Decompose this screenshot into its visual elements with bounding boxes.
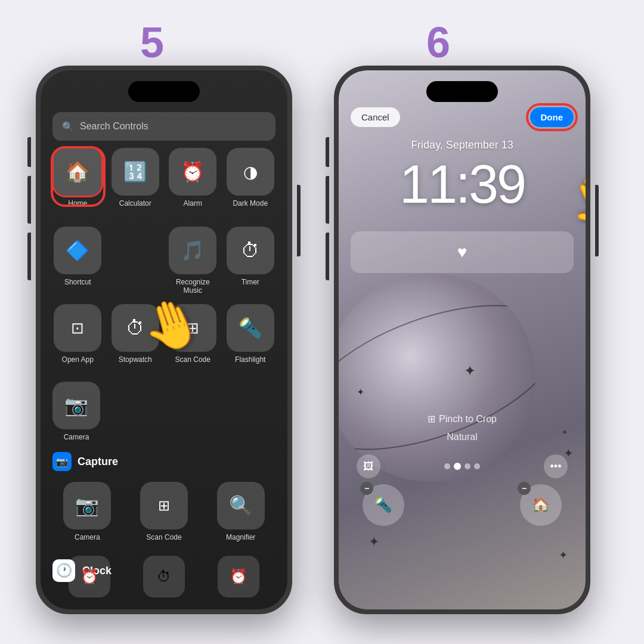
bottom-icon-3[interactable]: ⏰ bbox=[218, 556, 259, 597]
filter-bar-photo-icon[interactable]: 🖼 bbox=[357, 454, 380, 478]
capture-scan-icon[interactable]: ⊞ bbox=[140, 482, 188, 530]
search-controls-text: Search Controls bbox=[80, 121, 148, 132]
flashlight-label: Flashlight bbox=[235, 355, 265, 364]
calculator-icon-box[interactable]: 🔢 bbox=[112, 148, 159, 196]
mute-button[interactable] bbox=[27, 137, 31, 167]
minus-badge-right: − bbox=[518, 482, 531, 495]
lock-date: Friday, September 13 bbox=[339, 139, 586, 151]
control-shortcut[interactable]: 🔷 Shortcut bbox=[52, 227, 103, 295]
power-button[interactable] bbox=[297, 185, 301, 256]
controls-grid-row1: 🏠 Home 🔢 Calculator ⏰ Alarm ◑ Dark Mode bbox=[52, 148, 275, 208]
lock-bottom-controls: − 🔦 − 🏠 bbox=[339, 484, 586, 526]
dynamic-island-left bbox=[128, 81, 200, 102]
shortcut-label: Shortcut bbox=[64, 278, 91, 286]
flashlight-lock-btn[interactable]: − 🔦 bbox=[363, 484, 404, 526]
control-alarm[interactable]: ⏰ Alarm bbox=[168, 148, 218, 208]
phone-left: 🔍 Search Controls 🏠 Home 🔢 Calculator ⏰ … bbox=[36, 66, 292, 614]
heart-icon: ♥ bbox=[457, 243, 467, 262]
capture-scan-code[interactable]: ⊞ Scan Code bbox=[129, 482, 199, 541]
bottom-icon-2[interactable]: ⏱ bbox=[143, 556, 185, 597]
filter-bar-more-icon[interactable]: ••• bbox=[544, 454, 568, 478]
control-flashlight[interactable]: 🔦 Flashlight bbox=[225, 304, 276, 364]
controls-row2: 🔷 Shortcut 🎵 RecognizeMusic ⏱ Timer bbox=[52, 227, 275, 295]
home-icon-box[interactable]: 🏠 bbox=[54, 148, 101, 196]
capture-section-title: Capture bbox=[78, 456, 118, 468]
sparkle-bottom-2: ✦ bbox=[559, 549, 568, 562]
flashlight-icon-box[interactable]: 🔦 bbox=[227, 304, 274, 352]
phone-left-content: 🔍 Search Controls 🏠 Home 🔢 Calculator ⏰ … bbox=[41, 70, 287, 609]
control-home[interactable]: 🏠 Home bbox=[52, 148, 103, 208]
capture-section-icon: 📷 bbox=[52, 452, 72, 471]
home-lock-btn[interactable]: − 🏠 bbox=[520, 484, 562, 526]
control-open-app[interactable]: ⊡ Open App bbox=[52, 304, 103, 364]
planet-graphic bbox=[339, 273, 535, 482]
bottom-icon-1[interactable]: ⏰ bbox=[69, 556, 110, 597]
capture-camera-label: Camera bbox=[75, 533, 100, 541]
phone-right: Cancel Done Friday, September 13 11:39 ♥… bbox=[334, 66, 590, 614]
phone-left-frame: 🔍 Search Controls 🏠 Home 🔢 Calculator ⏰ … bbox=[36, 66, 292, 614]
control-timer[interactable]: ⏱ Timer bbox=[225, 227, 276, 295]
control-camera-single[interactable]: 📷 Camera bbox=[52, 382, 100, 441]
lock-widget: ♥ bbox=[351, 231, 574, 273]
stopwatch-label: Stopwatch bbox=[119, 355, 152, 364]
camera-single-icon-box[interactable]: 📷 bbox=[52, 382, 100, 429]
right-volume-up[interactable] bbox=[326, 176, 329, 224]
capture-camera-icon[interactable]: 📷 bbox=[63, 482, 111, 530]
filter-dot-1[interactable] bbox=[444, 463, 450, 469]
sparkle-2: ✦ bbox=[464, 363, 476, 379]
alarm-label: Alarm bbox=[184, 199, 202, 208]
crop-icon: ⊞ bbox=[428, 413, 435, 425]
recognize-music-icon-box[interactable]: 🎵 bbox=[169, 227, 216, 274]
pinch-to-crop-label: ⊞ Pinch to Crop bbox=[339, 413, 586, 425]
step-number-5: 5 bbox=[140, 18, 164, 67]
shortcut-icon-box[interactable]: 🔷 bbox=[54, 227, 101, 274]
home-lock-icon: 🏠 bbox=[532, 497, 550, 513]
phone-right-frame: Cancel Done Friday, September 13 11:39 ♥… bbox=[334, 66, 590, 614]
filter-dot-3[interactable] bbox=[465, 463, 470, 469]
natural-label: Natural bbox=[339, 432, 586, 442]
lock-time: 11:39 bbox=[339, 154, 586, 215]
filter-dot-4[interactable] bbox=[474, 463, 480, 469]
planet-ring bbox=[339, 275, 535, 479]
sparkle-1: ✦ bbox=[357, 386, 364, 398]
open-app-label: Open App bbox=[62, 355, 94, 364]
capture-magnifier-label: Magnifier bbox=[226, 533, 255, 541]
flashlight-lock-icon: 🔦 bbox=[374, 497, 392, 513]
dynamic-island-right bbox=[426, 81, 498, 102]
filter-bar: 🖼 ••• bbox=[339, 454, 586, 478]
done-button[interactable]: Done bbox=[530, 107, 574, 127]
filter-dot-2[interactable] bbox=[454, 463, 461, 470]
capture-scan-label: Scan Code bbox=[146, 533, 181, 541]
filter-dots bbox=[444, 463, 480, 470]
step-number-6: 6 bbox=[426, 18, 450, 67]
scan-code-label: Scan Code bbox=[175, 355, 210, 364]
right-volume-down[interactable] bbox=[326, 233, 329, 280]
camera-single-label: Camera bbox=[64, 433, 89, 441]
darkmode-label: Dark Mode bbox=[233, 199, 268, 208]
phone-right-content: Cancel Done Friday, September 13 11:39 ♥… bbox=[339, 70, 586, 609]
right-mute-button[interactable] bbox=[326, 137, 329, 167]
open-app-icon-box[interactable]: ⊡ bbox=[54, 304, 101, 352]
control-recognize-music[interactable]: 🎵 RecognizeMusic bbox=[168, 227, 218, 295]
bottom-icons-row: ⏰ ⏱ ⏰ bbox=[52, 556, 275, 597]
sparkle-bottom-1: ✦ bbox=[369, 534, 379, 550]
capture-magnifier-icon[interactable]: 🔍 bbox=[217, 482, 265, 530]
volume-up-button[interactable] bbox=[27, 176, 31, 224]
control-darkmode[interactable]: ◑ Dark Mode bbox=[225, 148, 276, 208]
darkmode-icon-box[interactable]: ◑ bbox=[227, 148, 274, 196]
capture-camera[interactable]: 📷 Camera bbox=[52, 482, 122, 541]
home-label: Home bbox=[68, 199, 87, 208]
search-icon: 🔍 bbox=[62, 121, 74, 132]
timer-label: Timer bbox=[242, 278, 259, 286]
timer-icon-box[interactable]: ⏱ bbox=[227, 227, 274, 274]
lock-top-bar: Cancel Done bbox=[339, 107, 586, 127]
minus-badge-left: − bbox=[360, 482, 373, 495]
volume-down-button[interactable] bbox=[27, 233, 31, 280]
calculator-label: Calculator bbox=[119, 199, 151, 208]
right-power-button[interactable] bbox=[595, 185, 599, 256]
cancel-button[interactable]: Cancel bbox=[351, 107, 400, 127]
alarm-icon-box[interactable]: ⏰ bbox=[169, 148, 216, 196]
capture-magnifier[interactable]: 🔍 Magnifier bbox=[206, 482, 275, 541]
search-bar[interactable]: 🔍 Search Controls bbox=[52, 112, 275, 141]
control-calculator[interactable]: 🔢 Calculator bbox=[110, 148, 161, 208]
